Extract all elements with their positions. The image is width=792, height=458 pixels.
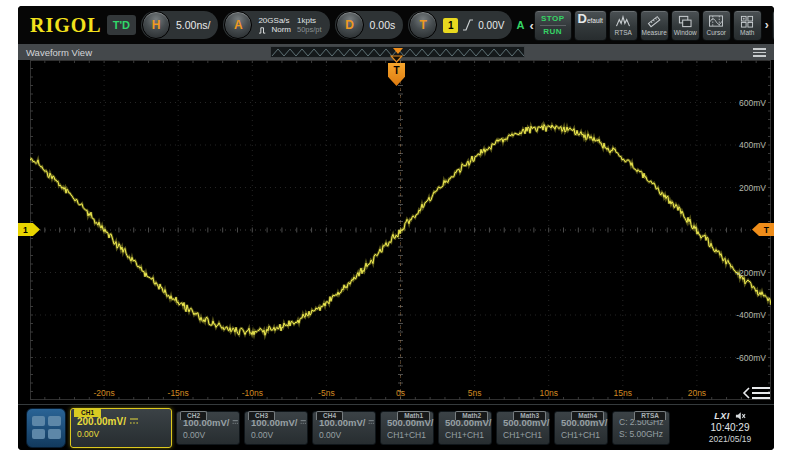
run-label: RUN [543, 27, 562, 37]
timebase-value: 5.00ns/ [176, 19, 210, 31]
delay-value: 0.00s [370, 19, 396, 31]
trigger-source-badge[interactable]: 1 [443, 18, 458, 33]
voltage-label: 400mV [739, 140, 766, 150]
rtsa-label: RTSA [615, 29, 632, 36]
trigger-position-hollow-icon[interactable] [390, 55, 403, 63]
trigger-group[interactable]: T 1 0.00V [408, 11, 512, 39]
channel-box-ch4[interactable]: CH4 100.00mV/ 0.00V [312, 411, 376, 445]
cursor-button[interactable]: Cursor [702, 10, 731, 41]
math4-tab: Math4 [571, 411, 604, 420]
default-label-big: D [578, 11, 587, 26]
cursor-icon [708, 15, 724, 28]
math3-tab: Math3 [513, 411, 546, 420]
ch3-tab: CH3 [248, 411, 275, 420]
toolbar-buttons: STOP RUN D efault RTSA Measure Window [534, 10, 774, 41]
rtsa-button[interactable]: RTSA [609, 10, 638, 41]
ch1-offset: 0.00V [77, 429, 171, 439]
math4-expression: CH1+CH1 [561, 430, 607, 440]
acquire-group[interactable]: A 20GSa/s Norm 1kpts 50ps/pt [223, 11, 329, 39]
stop-run-button[interactable]: STOP RUN [534, 10, 572, 41]
ch4-offset: 0.00V [319, 430, 375, 440]
memory-depth-info: 1kpts 50ps/pt [297, 16, 322, 35]
lxi-badge: LXI [714, 411, 730, 421]
dc-coupling-icon [300, 418, 307, 426]
channel-box-ch2[interactable]: CH2 100.00mV/ 0.00V [176, 411, 240, 445]
channel-box-ch1[interactable]: CH1 200.00mV/ 0.00V [70, 408, 172, 448]
window-button[interactable]: Window [671, 10, 700, 41]
math-label: Math [740, 29, 754, 36]
horizontal-scale-group[interactable]: H 5.00ns/ [141, 11, 218, 39]
waveform-menu-icon[interactable] [753, 48, 766, 57]
windows-icon [677, 15, 693, 28]
math1-expression: CH1+CH1 [387, 430, 433, 440]
time-label: -5ns [318, 388, 335, 398]
time-label: 0s [396, 388, 405, 398]
speaker-muted-icon[interactable] [735, 411, 746, 421]
trigger-knob[interactable]: T [409, 11, 437, 39]
measure-button[interactable]: Measure [640, 10, 669, 41]
ch3-offset: 0.00V [251, 430, 307, 440]
delay-knob[interactable]: D [336, 11, 364, 39]
voltage-label: -600mV [736, 353, 766, 363]
time-label: 10ns [539, 388, 557, 398]
time-label: 5ns [468, 388, 482, 398]
trigger-position-indicator-icon[interactable] [393, 48, 403, 54]
cursor-label: Cursor [706, 29, 726, 36]
voltage-label: -200mV [736, 268, 766, 278]
pulse-icon [258, 26, 269, 34]
time-resolution: 50ps/pt [297, 25, 322, 34]
time-label: -15ns [168, 388, 189, 398]
system-date: 2021/05/19 [694, 434, 766, 444]
oscilloscope-screen: RIGOL T'D H 5.00ns/ A 20GSa/s Norm 1kpts… [18, 6, 774, 450]
rtsa-span: S: 5.00GHz [619, 429, 669, 439]
waveform-view-title: Waveform View [26, 47, 92, 58]
voltage-label: -400mV [736, 310, 766, 320]
math2-expression: CH1+CH1 [445, 430, 491, 440]
math-box-1[interactable]: Math1 500.00mV/ CH1+CH1 [380, 411, 434, 445]
sample-rate: 20GSa/s [258, 16, 291, 25]
toolbar-scroll-right-icon[interactable]: › [765, 18, 769, 32]
acquire-knob[interactable]: A [224, 11, 252, 39]
delay-group[interactable]: D 0.00s [335, 11, 404, 39]
ch2-tab: CH2 [180, 411, 207, 420]
time-label: -10ns [242, 388, 263, 398]
acquire-info: 20GSa/s Norm [258, 16, 291, 34]
channel-box-ch3[interactable]: CH3 100.00mV/ 0.00V [244, 411, 308, 445]
grid-collapse-menu-icon[interactable] [742, 385, 774, 401]
status-bar: CH1 200.00mV/ 0.00V CH2 100.00mV/ 0.00V … [18, 404, 774, 450]
math1-tab: Math1 [397, 411, 430, 420]
system-time: 10:40:29 [694, 422, 766, 433]
spectrum-icon [615, 15, 631, 28]
clock-block: LXI 10:40:29 2021/05/19 [694, 411, 766, 444]
trigger-auto-indicator: A [516, 19, 524, 31]
rtsa-tab: RTSA [634, 411, 666, 420]
ruler-icon [646, 15, 662, 28]
math-box-4[interactable]: Math4 500.00mV/ CH1+CH1 [554, 411, 608, 445]
math3-expression: CH1+CH1 [503, 430, 549, 440]
voltage-label: 200mV [739, 183, 766, 193]
math-grid-icon [739, 15, 755, 28]
math-box-2[interactable]: Math2 500.00mV/ CH1+CH1 [438, 411, 492, 445]
math-button[interactable]: Math [733, 10, 762, 41]
default-button[interactable]: D efault [574, 10, 607, 41]
rising-edge-icon [462, 18, 474, 32]
acquire-mode: Norm [271, 25, 291, 34]
rtsa-box[interactable]: RTSA C: 2.50GHz S: 5.00GHz [612, 411, 670, 445]
mode-switch-button[interactable] [772, 10, 774, 41]
window-label: Window [674, 29, 697, 36]
ch1-scale: 200.00mV/ [77, 416, 126, 427]
trigger-status-badge: T'D [107, 15, 136, 35]
time-label: 15ns [614, 388, 632, 398]
math-box-3[interactable]: Math3 500.00mV/ CH1+CH1 [496, 411, 550, 445]
dc-coupling-icon [129, 417, 139, 425]
ch1-tab: CH1 [74, 408, 101, 417]
horizontal-knob[interactable]: H [142, 11, 170, 39]
math2-tab: Math2 [455, 411, 488, 420]
window-layout-button[interactable] [26, 408, 66, 448]
voltage-label: 600mV [739, 98, 766, 108]
rigol-logo: RIGOL [30, 15, 102, 35]
waveform-grid[interactable]: 600mV400mV200mV-200mV-400mV-600mV -20ns-… [30, 60, 771, 400]
default-label-small: efault [587, 17, 603, 24]
memory-depth: 1kpts [297, 16, 322, 26]
trigger-level-value: 0.00V [478, 20, 504, 31]
